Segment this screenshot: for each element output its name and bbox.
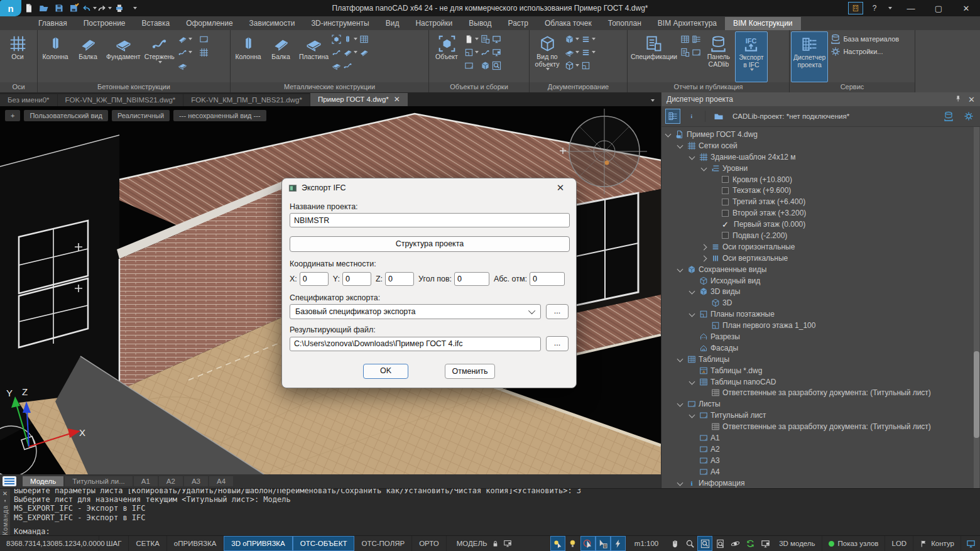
selection-highlight-toggle-icon[interactable] xyxy=(550,536,565,551)
report-export-doc-icon[interactable] xyxy=(680,46,690,58)
ribbon-button-вид-по-объекту[interactable]: Вид по объекту xyxy=(531,31,564,82)
pin-icon[interactable] xyxy=(954,95,962,102)
layout-tab-a1[interactable]: A1 xyxy=(134,476,158,486)
coord-input[interactable] xyxy=(385,272,414,286)
level-checkbox[interactable]: ✓ xyxy=(722,221,730,228)
close-button[interactable]: ✕ xyxy=(952,0,980,16)
tree-item[interactable]: Сохраненные виды xyxy=(662,264,980,275)
selection-preview-toggle-icon[interactable] xyxy=(596,536,611,551)
ribbon-button-колонна[interactable]: Колонна xyxy=(232,31,264,82)
chevron-down-icon[interactable] xyxy=(688,412,696,418)
dialog-close-icon[interactable]: ✕ xyxy=(551,182,570,194)
object-copy-icon[interactable] xyxy=(481,33,490,45)
ribbon-button-панель-cadlib[interactable]: Панель CADlib xyxy=(702,31,735,82)
chevron-down-icon[interactable] xyxy=(664,131,672,138)
service-item-настройки-[interactable]: Настройки... xyxy=(830,46,899,57)
tree-item[interactable]: Планы поэтажные xyxy=(662,308,980,320)
object-monitor-add-icon[interactable] xyxy=(492,46,501,58)
level-checkbox[interactable] xyxy=(722,176,729,183)
save-button[interactable] xyxy=(52,1,67,15)
tree-scrollbar-thumb[interactable] xyxy=(974,351,979,438)
ribbon-button-оси[interactable]: Оси xyxy=(1,31,34,82)
tree-item[interactable]: Второй этаж (+3.200) xyxy=(662,207,980,219)
annotation-scale[interactable]: m1:100 xyxy=(628,536,665,551)
tree-item[interactable]: Листы xyxy=(662,398,980,410)
tree-item[interactable]: Таблицы *.dwg xyxy=(662,365,980,376)
level-checkbox[interactable] xyxy=(722,232,729,239)
clean-screen-icon[interactable] xyxy=(961,536,980,551)
metal-profile-icon[interactable] xyxy=(332,46,341,58)
tree-item[interactable]: A2 xyxy=(662,444,980,455)
chevron-down-icon[interactable] xyxy=(688,311,696,317)
ribbon-tab-зависимости[interactable]: Зависимости xyxy=(241,17,303,30)
spec-browse-button[interactable]: ... xyxy=(546,304,569,319)
toggle-отс-объект[interactable]: ОТС-ОБЪЕКТ xyxy=(293,536,355,551)
object-page-icon[interactable] xyxy=(464,33,479,45)
report-export-table-icon[interactable] xyxy=(680,33,690,45)
redo-button[interactable] xyxy=(97,1,112,15)
document-tab-пример-гост-4-dwg-[interactable]: Пример ГОСТ 4.dwg*✕ xyxy=(310,93,408,106)
panel-close-icon[interactable]: ✕ xyxy=(968,95,975,104)
object-monitor-icon[interactable] xyxy=(492,33,501,45)
tree-scrollbar[interactable] xyxy=(974,127,979,488)
contour-button[interactable]: Контур xyxy=(913,536,961,551)
report-doc-tree-icon[interactable] xyxy=(692,46,701,58)
pan-tool-icon[interactable] xyxy=(667,536,682,551)
dialog-title-bar[interactable]: Экспорт IFC ✕ xyxy=(282,178,576,197)
minimize-button[interactable]: — xyxy=(897,0,925,16)
coord-input[interactable] xyxy=(530,272,565,286)
layout-tab-a4[interactable]: A4 xyxy=(209,476,233,486)
zoom-document-tool-icon[interactable] xyxy=(712,536,727,551)
metal-link-icon[interactable] xyxy=(343,60,357,71)
ribbon-button-спецификации[interactable]: Спецификации xyxy=(629,31,679,82)
object-edit-icon[interactable] xyxy=(464,46,479,58)
object-monitor-view-icon[interactable] xyxy=(492,60,501,71)
cadlib-sync-button[interactable] xyxy=(941,109,956,124)
tree-item[interactable]: Ответственные за разработку документа: (… xyxy=(662,421,980,432)
ribbon-tab-построение[interactable]: Построение xyxy=(75,17,134,30)
viewport-view-button[interactable]: Пользовательский вид xyxy=(24,110,107,121)
quick-properties-toggle-icon[interactable] xyxy=(611,536,626,551)
command-history[interactable]: Выберите параметры листа [Копировать/Уда… xyxy=(10,489,980,535)
tree-item[interactable]: A3 xyxy=(662,455,980,466)
chevron-down-icon[interactable] xyxy=(676,401,684,407)
concrete-dome-icon[interactable] xyxy=(178,60,192,71)
tree-item[interactable]: ✓Первый этаж (0.000) xyxy=(662,219,980,230)
ribbon-tab-оформление[interactable]: Оформление xyxy=(178,17,241,30)
chevron-down-icon[interactable] xyxy=(676,143,684,149)
document-tab-fok-vn-км-пм-п-nbs21-dwg-[interactable]: FOK-VN_КМ_ПМ_П_NBS21.dwg* xyxy=(183,94,310,106)
ribbon-button-пластина[interactable]: Пластина xyxy=(297,31,330,82)
result-file-input[interactable] xyxy=(290,337,541,351)
concrete-plate-icon[interactable] xyxy=(199,33,209,45)
chevron-down-icon[interactable] xyxy=(676,356,684,363)
tree-item[interactable]: A4 xyxy=(662,466,980,477)
toggle-сетка[interactable]: СЕТКА xyxy=(129,536,166,551)
tree-item[interactable]: Пример ГОСТ 4.dwg xyxy=(662,129,980,140)
ribbon-button-балка[interactable]: Балка xyxy=(264,31,297,82)
toggle-шаг[interactable]: ШАГ xyxy=(99,536,129,551)
save-as-button[interactable] xyxy=(67,1,82,15)
tree-item[interactable]: A1 xyxy=(662,432,980,444)
command-close-icon[interactable]: ✕ xyxy=(3,490,8,497)
doc-layers-icon[interactable] xyxy=(565,33,579,45)
toggle-3d-опривязка[interactable]: 3D оПРИВЯЗКА xyxy=(224,536,292,551)
ribbon-button-экспорт-в-ifc[interactable]: Экспорт в IFC xyxy=(735,31,768,82)
ribbon-button-фундамент[interactable]: Фундамент xyxy=(104,31,143,82)
tab-close-icon[interactable]: ✕ xyxy=(394,95,400,104)
visual-style-button[interactable]: 3D модель xyxy=(773,536,822,551)
tree-item[interactable]: Ответственные за разработку документа: (… xyxy=(662,387,980,398)
level-checkbox[interactable] xyxy=(722,210,729,217)
metal-node-icon[interactable] xyxy=(343,33,357,45)
tree-item[interactable]: Титульный лист xyxy=(662,410,980,421)
chevron-down-icon[interactable] xyxy=(688,154,696,160)
ok-button[interactable]: OK xyxy=(363,364,408,379)
chevron-down-icon[interactable] xyxy=(700,165,708,172)
tree-item[interactable]: План первого этажа 1_100 xyxy=(662,320,980,331)
tree-item[interactable]: Сетки осей xyxy=(662,140,980,151)
ribbon-tab-растр[interactable]: Растр xyxy=(500,17,536,30)
open-project-folder-icon[interactable] xyxy=(711,109,726,124)
layout-list-icon[interactable] xyxy=(3,476,16,486)
tree-item[interactable]: Техэтаж (+9.600) xyxy=(662,185,980,196)
ribbon-tab-вывод[interactable]: Вывод xyxy=(460,17,499,30)
tree-item[interactable]: Разрезы xyxy=(662,331,980,342)
